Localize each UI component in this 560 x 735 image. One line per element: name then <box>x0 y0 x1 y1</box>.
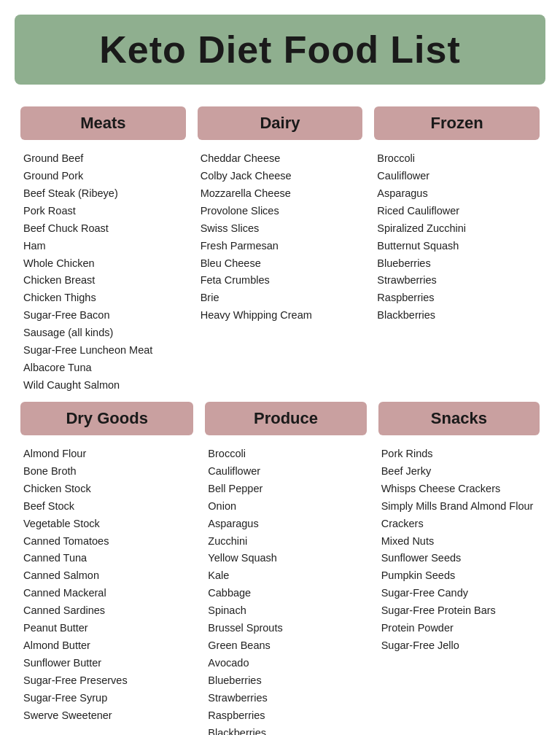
list-item: Ham <box>23 238 183 255</box>
list-item: Chicken Thighs <box>23 289 183 307</box>
list-item: Broccoli <box>377 150 537 168</box>
meats-list: Ground Beef Ground Pork Beef Steak (Ribe… <box>20 150 186 394</box>
list-item: Cauliflower <box>377 168 537 185</box>
list-item: Bone Broth <box>23 463 190 481</box>
list-item: Sunflower Seeds <box>381 550 537 567</box>
list-item: Beef Chuck Roast <box>23 220 183 238</box>
list-item: Sugar-Free Protein Bars <box>381 602 537 620</box>
list-item: Colby Jack Cheese <box>201 168 360 185</box>
snacks-list: Pork Rinds Beef Jerky Whisps Cheese Crac… <box>378 446 540 655</box>
list-item: Blackberries <box>208 725 363 735</box>
produce-column: Produce Broccoli Cauliflower Bell Pepper… <box>199 402 372 735</box>
list-item: Ground Pork <box>23 168 183 185</box>
list-item: Onion <box>208 498 363 516</box>
snacks-header: Snacks <box>378 402 540 435</box>
list-item: Cheddar Cheese <box>201 150 360 168</box>
list-item: Almond Butter <box>23 637 190 655</box>
list-item: Sugar-Free Candy <box>381 585 537 602</box>
page-title: Keto Diet Food List <box>22 28 538 71</box>
dry-goods-header: Dry Goods <box>20 402 193 435</box>
list-item: Yellow Squash <box>208 550 363 567</box>
list-item: Asparagus <box>208 516 363 533</box>
list-item: Butternut Squash <box>377 238 537 255</box>
list-item: Beef Stock <box>23 498 190 516</box>
list-item: Canned Sardines <box>23 602 190 620</box>
list-item: Canned Mackeral <box>23 585 190 602</box>
list-item: Brie <box>201 289 360 307</box>
dairy-label: Dairy <box>260 114 300 132</box>
list-item: Avocado <box>208 655 363 672</box>
list-item: Bell Pepper <box>208 481 363 498</box>
list-item: Pumpkin Seeds <box>381 567 537 585</box>
list-item: Chicken Breast <box>23 272 183 289</box>
list-item: Pork Rinds <box>381 446 537 463</box>
list-item: Almond Flour <box>23 446 190 463</box>
list-item: Chicken Stock <box>23 481 190 498</box>
list-item: Brussel Sprouts <box>208 620 363 637</box>
list-item: Ground Beef <box>23 150 183 168</box>
list-item: Swiss Slices <box>201 220 360 238</box>
list-item: Strawberries <box>377 272 537 289</box>
list-item: Beef Jerky <box>381 463 537 481</box>
list-item: Spiralized Zucchini <box>377 220 537 238</box>
list-item: Pork Roast <box>23 203 183 220</box>
list-item: Heavy Whipping Cream <box>201 307 360 324</box>
list-item: Wild Caught Salmon <box>23 377 183 394</box>
list-item: Canned Tomatoes <box>23 533 190 551</box>
frozen-label: Frozen <box>431 114 483 132</box>
list-item: Whisps Cheese Crackers <box>381 481 537 498</box>
list-item: Swerve Sweetener <box>23 707 190 725</box>
top-columns-row: Meats Ground Beef Ground Pork Beef Steak… <box>15 106 545 394</box>
list-item: Protein Powder <box>381 620 537 637</box>
list-item: Cabbage <box>208 585 363 602</box>
list-item: Sugar-Free Bacon <box>23 307 183 324</box>
list-item: Beef Steak (Ribeye) <box>23 185 183 203</box>
list-item: Blueberries <box>377 255 537 273</box>
list-item: Cauliflower <box>208 463 363 481</box>
list-item: Sugar-Free Luncheon Meat <box>23 342 183 359</box>
dry-goods-list: Almond Flour Bone Broth Chicken Stock Be… <box>20 446 193 725</box>
list-item: Strawberries <box>208 690 363 707</box>
meats-header: Meats <box>20 106 186 140</box>
dairy-header: Dairy <box>198 106 363 140</box>
produce-header: Produce <box>205 402 366 435</box>
list-item: Blackberries <box>377 307 537 324</box>
list-item: Canned Tuna <box>23 550 190 567</box>
produce-list: Broccoli Cauliflower Bell Pepper Onion A… <box>205 446 366 735</box>
list-item: Raspberries <box>208 707 363 725</box>
meats-column: Meats Ground Beef Ground Pork Beef Steak… <box>15 106 192 394</box>
list-item: Feta Crumbles <box>201 272 360 289</box>
list-item: Zucchini <box>208 533 363 551</box>
list-item: Fresh Parmesan <box>201 238 360 255</box>
right-two-columns: Produce Broccoli Cauliflower Bell Pepper… <box>199 402 545 735</box>
list-item: Raspberries <box>377 289 537 307</box>
list-item: Vegetable Stock <box>23 516 190 533</box>
dry-goods-label: Dry Goods <box>66 409 147 427</box>
list-item: Broccoli <box>208 446 363 463</box>
dairy-column: Dairy Cheddar Cheese Colby Jack Cheese M… <box>192 106 369 324</box>
page-wrapper: Keto Diet Food List Meats Ground Beef Gr… <box>0 0 560 735</box>
frozen-list: Broccoli Cauliflower Asparagus Riced Cau… <box>374 150 540 324</box>
bottom-columns-row: Dry Goods Almond Flour Bone Broth Chicke… <box>15 402 545 735</box>
frozen-column: Frozen Broccoli Cauliflower Asparagus Ri… <box>368 106 545 324</box>
meats-label: Meats <box>80 114 125 132</box>
list-item: Sugar-Free Jello <box>381 637 537 655</box>
list-item: Sunflower Butter <box>23 655 190 672</box>
list-item: Blueberries <box>208 672 363 690</box>
list-item: Canned Salmon <box>23 567 190 585</box>
list-item: Mozzarella Cheese <box>201 185 360 203</box>
list-item: Sugar-Free Preserves <box>23 672 190 690</box>
snacks-column: Snacks Pork Rinds Beef Jerky Whisps Chee… <box>373 402 545 735</box>
list-item: Asparagus <box>377 185 537 203</box>
list-item: Green Beans <box>208 637 363 655</box>
snacks-label: Snacks <box>431 409 487 427</box>
list-item: Spinach <box>208 602 363 620</box>
header-banner: Keto Diet Food List <box>15 15 545 85</box>
dairy-list: Cheddar Cheese Colby Jack Cheese Mozzare… <box>198 150 363 324</box>
list-item: Peanut Butter <box>23 620 190 637</box>
dry-goods-column: Dry Goods Almond Flour Bone Broth Chicke… <box>15 402 199 725</box>
list-item: Simply Mills Brand Almond Flour Crackers <box>381 498 537 533</box>
list-item: Kale <box>208 567 363 585</box>
list-item: Whole Chicken <box>23 255 183 273</box>
list-item: Riced Cauliflower <box>377 203 537 220</box>
